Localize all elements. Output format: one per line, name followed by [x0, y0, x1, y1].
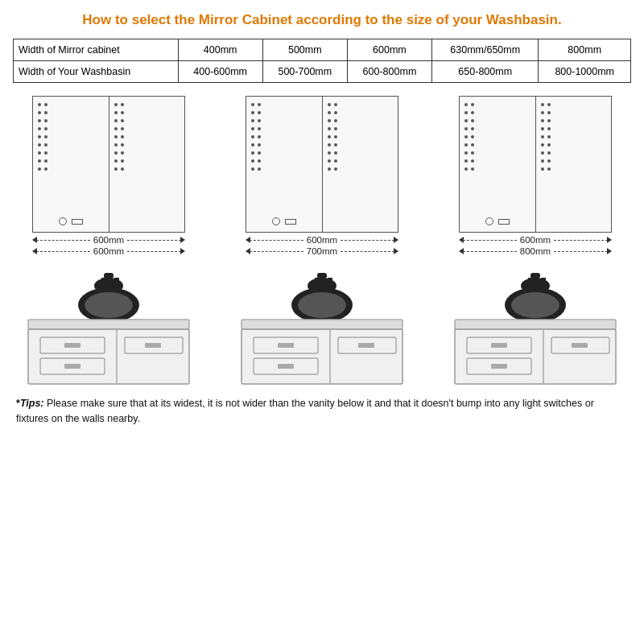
svg-rect-12 — [145, 343, 161, 348]
svg-rect-40 — [491, 343, 507, 348]
measure-label-basin-2: 700mm — [303, 246, 341, 256]
arrow-end-b1 — [181, 246, 185, 256]
control-icon-1 — [59, 217, 67, 225]
svg-rect-10 — [64, 343, 80, 348]
measure-cabinet-2: 600mm — [246, 235, 398, 245]
measure-basin-1: 600mm — [32, 246, 185, 256]
washbasins-row — [13, 263, 631, 388]
measure-cabinet-3: 600mm — [459, 235, 612, 245]
arrow-end-1 — [181, 235, 185, 245]
svg-rect-42 — [572, 343, 588, 348]
measure-label-cabinet-2: 600mm — [303, 235, 341, 245]
tips-label: Tips: — [20, 398, 44, 409]
cabinet-controls-3 — [464, 217, 530, 225]
svg-rect-17 — [328, 278, 332, 289]
svg-point-35 — [511, 292, 559, 318]
dots-top-right-1 — [114, 103, 180, 171]
washbasin-unit-1 — [16, 263, 201, 388]
cabinet-controls-1 — [38, 217, 104, 225]
cabinet-controls-2 — [251, 217, 317, 225]
dots-top-right-3 — [541, 103, 607, 171]
cabinet-unit-1: 600mm 600mm — [16, 96, 201, 257]
svg-rect-1 — [101, 278, 106, 289]
dots-top-left-2 — [251, 103, 317, 171]
row1-label: Width of Mirror cabinet — [14, 39, 179, 61]
svg-rect-2 — [114, 278, 119, 289]
col2-washbasin: 500-700mm — [262, 61, 347, 83]
cabinet-right-panel-1 — [109, 97, 185, 232]
col5-washbasin: 800-1000mm — [539, 61, 631, 83]
basin-svg-1 — [24, 263, 193, 388]
svg-rect-32 — [541, 278, 546, 289]
control-icon-5 — [485, 217, 493, 225]
cabinet-drawing-1 — [32, 96, 185, 233]
measure-label-cabinet-1: 600mm — [90, 235, 127, 245]
cabinet-right-panel-2 — [323, 97, 398, 232]
measure-basin-2: 700mm — [246, 246, 398, 256]
measure-label-cabinet-3: 600mm — [517, 235, 554, 245]
svg-rect-31 — [528, 278, 533, 289]
svg-rect-25 — [278, 343, 294, 348]
measure-label-basin-3: 800mm — [517, 246, 554, 256]
washbasin-unit-3 — [443, 263, 628, 388]
cabinet-left-panel-3 — [460, 97, 536, 232]
svg-rect-27 — [358, 343, 374, 348]
svg-rect-33 — [530, 273, 540, 279]
col1-washbasin: 400-600mm — [178, 61, 262, 83]
col4-cabinet: 630mm/650mm — [432, 39, 539, 61]
cabinet-left-panel-1 — [33, 97, 109, 232]
cabinet-right-panel-3 — [536, 97, 612, 232]
cabinet-left-panel-2 — [246, 97, 323, 232]
dots-top-left-3 — [464, 103, 530, 171]
cabinet-unit-2: 600mm 700mm — [229, 96, 415, 257]
main-container: How to select the Mirror Cabinet accordi… — [0, 0, 644, 644]
dots-top-left-1 — [38, 103, 104, 171]
svg-rect-16 — [315, 278, 320, 289]
arrow-end-b2 — [394, 246, 398, 256]
svg-rect-14 — [64, 364, 80, 369]
table-row-washbasin: Width of Your Washbasin 400-600mm 500-70… — [14, 61, 631, 83]
svg-rect-6 — [28, 320, 189, 329]
control-icon-4 — [285, 219, 296, 225]
basin-svg-3 — [451, 263, 620, 388]
control-icon-6 — [498, 219, 510, 225]
svg-rect-36 — [455, 320, 616, 329]
col3-cabinet: 600mm — [347, 39, 431, 61]
col3-washbasin: 600-800mm — [347, 61, 431, 83]
page-title: How to select the Mirror Cabinet accordi… — [13, 11, 631, 29]
arrow-end-2 — [394, 235, 398, 245]
svg-rect-18 — [317, 273, 327, 279]
arrow-end-3 — [608, 235, 612, 245]
svg-point-5 — [85, 292, 133, 318]
control-icon-3 — [272, 217, 280, 225]
col5-cabinet: 800mm — [539, 39, 631, 61]
measure-cabinet-1: 600mm — [32, 235, 185, 245]
tips-section: *Tips: Please make sure that at its wide… — [13, 396, 631, 427]
cabinet-drawing-3 — [459, 96, 612, 233]
arrow-end-b3 — [608, 246, 612, 256]
measure-label-basin-1: 600mm — [90, 246, 127, 256]
washbasin-unit-2 — [229, 263, 415, 388]
col1-cabinet: 400mm — [178, 39, 262, 61]
svg-rect-29 — [278, 364, 294, 369]
col4-washbasin: 650-800mm — [432, 61, 539, 83]
col2-cabinet: 500mm — [262, 39, 347, 61]
svg-rect-44 — [491, 364, 507, 369]
cabinet-drawing-2 — [246, 96, 398, 233]
cabinets-row: 600mm 600mm — [13, 96, 631, 257]
cabinet-unit-3: 600mm 800mm — [443, 96, 628, 257]
basin-svg-2 — [237, 263, 407, 388]
svg-rect-3 — [104, 273, 114, 279]
svg-point-20 — [298, 292, 346, 318]
tips-text: Please make sure that at its widest, it … — [16, 398, 594, 424]
size-table: Width of Mirror cabinet 400mm 500mm 600m… — [13, 39, 631, 83]
measure-basin-3: 800mm — [459, 246, 612, 256]
row2-label: Width of Your Washbasin — [14, 61, 179, 83]
svg-rect-21 — [242, 320, 402, 329]
dots-top-right-2 — [328, 103, 394, 171]
table-row-cabinet: Width of Mirror cabinet 400mm 500mm 600m… — [14, 39, 631, 61]
control-icon-2 — [72, 219, 83, 225]
